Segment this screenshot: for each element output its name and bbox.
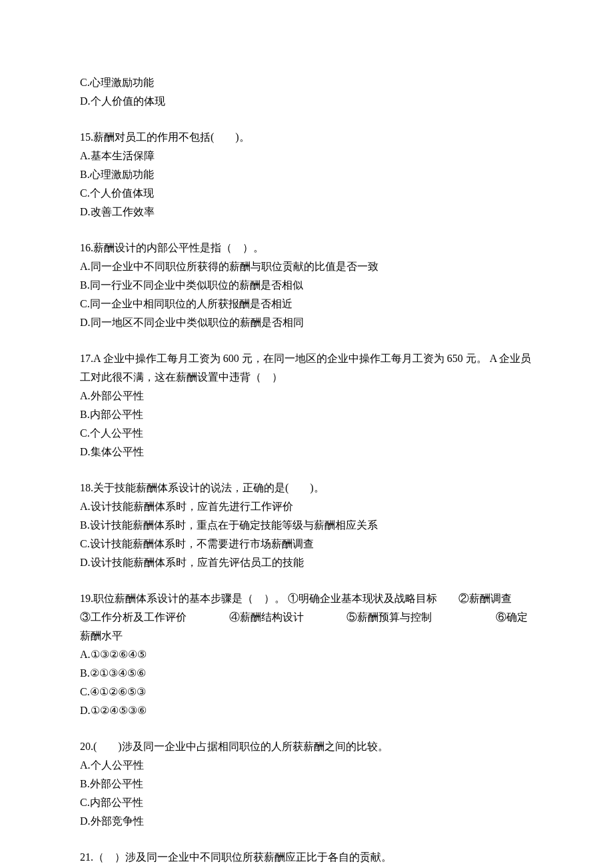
option-a: A.基本生活保障 [80,147,533,165]
option-a: A.设计技能薪酬体系时，应首先进行工作评价 [80,497,533,516]
question-stem: 21.（ ）涉及同一企业中不同职位所获薪酬应正比于各自的贡献。 [80,848,533,867]
option-d: D.个人价值的体现 [80,92,533,111]
option-b: B.②①③④⑤⑥ [80,664,533,683]
question-stem: 19.职位薪酬体系设计的基本步骤是（ ）。 ①明确企业基本现状及战略目标 ②薪酬… [80,589,533,645]
option-b: B.外部公平性 [80,775,533,793]
option-d: D.集体公平性 [80,443,533,461]
option-c: C.内部公平性 [80,793,533,812]
option-d: D.改善工作效率 [80,203,533,221]
option-a: A.同一企业中不同职位所获得的薪酬与职位贡献的比值是否一致 [80,257,533,276]
question-18: 18.关于技能薪酬体系设计的说法，正确的是( )。 A.设计技能薪酬体系时，应首… [80,479,533,572]
orphan-options: C.心理激励功能 D.个人价值的体现 [80,73,533,111]
document-page: C.心理激励功能 D.个人价值的体现 15.薪酬对员工的作用不包括( )。 A.… [0,0,613,868]
option-c: C.同一企业中相同职位的人所获报酬是否相近 [80,295,533,313]
question-stem: 20.( )涉及同一企业中占据相同职位的人所获薪酬之间的比较。 [80,737,533,756]
option-d: D.设计技能薪酬体系时，应首先评估员工的技能 [80,553,533,572]
option-d: D.外部竞争性 [80,812,533,831]
question-16: 16.薪酬设计的内部公平性是指（ ）。 A.同一企业中不同职位所获得的薪酬与职位… [80,239,533,332]
option-b: B.同一行业不同企业中类似职位的薪酬是否相似 [80,276,533,295]
option-c: C.心理激励功能 [80,73,533,92]
option-c: C.设计技能薪酬体系时，不需要进行市场薪酬调查 [80,535,533,553]
option-a: A.外部公平性 [80,387,533,405]
option-c: C.④①②⑥⑤③ [80,683,533,701]
option-b: B.心理激励功能 [80,165,533,184]
question-stem: 18.关于技能薪酬体系设计的说法，正确的是( )。 [80,479,533,497]
question-21: 21.（ ）涉及同一企业中不同职位所获薪酬应正比于各自的贡献。 A.内部公平性 [80,848,533,868]
option-c: C.个人公平性 [80,424,533,443]
question-19: 19.职位薪酬体系设计的基本步骤是（ ）。 ①明确企业基本现状及战略目标 ②薪酬… [80,589,533,720]
option-a: A.①③②⑥④⑤ [80,645,533,664]
question-15: 15.薪酬对员工的作用不包括( )。 A.基本生活保障 B.心理激励功能 C.个… [80,128,533,221]
option-d: D.①②④⑤③⑥ [80,701,533,720]
question-stem: 16.薪酬设计的内部公平性是指（ ）。 [80,239,533,257]
option-a: A.个人公平性 [80,756,533,775]
option-c: C.个人价值体现 [80,184,533,203]
question-20: 20.( )涉及同一企业中占据相同职位的人所获薪酬之间的比较。 A.个人公平性 … [80,737,533,831]
question-stem: 15.薪酬对员工的作用不包括( )。 [80,128,533,147]
option-d: D.同一地区不同企业中类似职位的薪酬是否相同 [80,313,533,332]
question-stem: 17.A 企业中操作工每月工资为 600 元，在同一地区的企业中操作工每月工资为… [80,349,533,387]
option-b: B.设计技能薪酬体系时，重点在于确定技能等级与薪酬相应关系 [80,516,533,535]
question-17: 17.A 企业中操作工每月工资为 600 元，在同一地区的企业中操作工每月工资为… [80,349,533,461]
option-b: B.内部公平性 [80,405,533,424]
